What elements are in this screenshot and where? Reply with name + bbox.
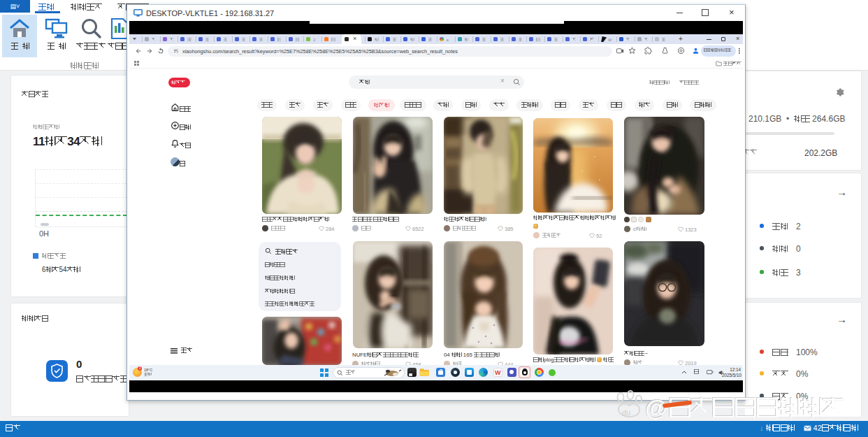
svg-text:du: du bbox=[622, 408, 630, 417]
